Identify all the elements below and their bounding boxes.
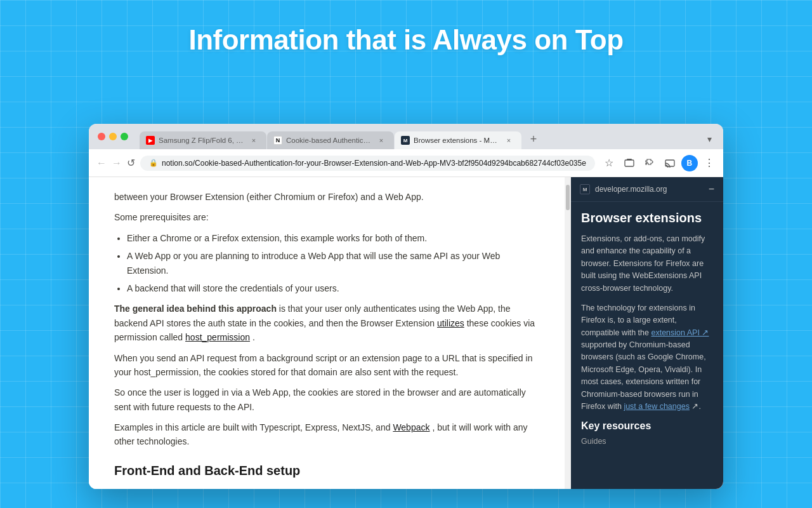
mdn-header: M developer.mozilla.org −	[571, 177, 723, 202]
prerequisites-list: Either a Chrome or a Firefox extension, …	[127, 231, 539, 296]
tab-yt-label: Samsung Z Flip/Fold 6, Watc...	[159, 137, 245, 144]
url-lock-icon: 🔒	[149, 159, 158, 167]
mdn-panel: M developer.mozilla.org − Browser extens…	[571, 177, 723, 489]
menu-button[interactable]: ⋮	[700, 154, 718, 172]
tab-bar: ▶ Samsung Z Flip/Fold 6, Watc... × N Coo…	[89, 124, 723, 149]
tab-mdn-close[interactable]: ×	[504, 135, 514, 145]
section-title: Front-End and Back-End setup	[114, 460, 539, 481]
intro-paragraph: between your Browser Extension (either C…	[114, 190, 539, 204]
general-idea-paragraph: The general idea behind this approach is…	[114, 302, 539, 344]
scrollbar-thumb[interactable]	[566, 185, 570, 210]
toolbar-icons: ☆ B ⋮	[600, 154, 718, 172]
tab-yt-close[interactable]: ×	[249, 135, 259, 145]
api-request-paragraph: When you send an API request from a back…	[114, 351, 539, 380]
tab-yt[interactable]: ▶ Samsung Z Flip/Fold 6, Watc... ×	[140, 131, 266, 149]
mdn-key-resources-title: Key resources	[581, 420, 713, 432]
url-box[interactable]: 🔒 notion.so/Cookie-based-Authentication-…	[140, 156, 595, 171]
svg-rect-1	[627, 159, 632, 160]
examples-paragraph: Examples in this article are built with …	[114, 420, 539, 449]
general-idea-bold: The general idea behind this approach	[114, 304, 277, 314]
window-close-btn[interactable]	[98, 133, 105, 140]
mdn-desc-1: Extensions, or add-ons, can modify and e…	[581, 233, 713, 295]
tab-notion-close[interactable]: ×	[376, 135, 386, 145]
tab-bar-menu[interactable]: ▾	[700, 130, 718, 148]
few-changes-link[interactable]: just a few changes	[624, 402, 690, 411]
browser-content: between your Browser Extension (either C…	[89, 177, 723, 489]
forward-button[interactable]: →	[112, 156, 122, 171]
list-item: Either a Chrome or a Firefox extension, …	[127, 231, 539, 245]
prerequisites-label: Some prerequisites are:	[114, 210, 539, 224]
screenshot-icon[interactable]	[620, 154, 638, 172]
tab-notion[interactable]: N Cookie-based Authentication... ×	[267, 131, 394, 149]
webpack-link[interactable]: Webpack	[393, 422, 429, 432]
mdn-guides-link[interactable]: Guides	[581, 437, 713, 446]
window-controls	[98, 133, 128, 140]
mdn-site-label: developer.mozilla.org	[595, 185, 667, 194]
tab-notion-favicon: N	[273, 136, 282, 145]
scrollbar-track[interactable]	[565, 177, 571, 489]
profile-avatar[interactable]: B	[681, 155, 698, 171]
extension-api-link[interactable]: extension API ↗	[651, 328, 709, 337]
mdn-collapse-button[interactable]: −	[709, 184, 714, 195]
back-button[interactable]: ←	[96, 156, 107, 171]
cast-icon[interactable]	[661, 154, 679, 172]
reload-button[interactable]: ↺	[127, 156, 135, 171]
star-icon[interactable]: ☆	[600, 154, 618, 172]
extensions-icon[interactable]	[641, 154, 658, 172]
mdn-title: Browser extensions	[581, 211, 713, 225]
mdn-desc-2: The technology for extensions in Firefox…	[581, 302, 713, 413]
add-tab-button[interactable]: +	[525, 130, 542, 148]
mdn-body: Browser extensions Extensions, or add-on…	[571, 202, 723, 489]
tab-mdn-label: Browser extensions - Mo...	[414, 137, 500, 144]
logged-in-paragraph: So once the user is logged in via a Web …	[114, 385, 539, 414]
section-intro-paragraph: I will not focus on the implementation o…	[114, 487, 539, 489]
browser-window: ▶ Samsung Z Flip/Fold 6, Watc... × N Coo…	[89, 124, 723, 489]
address-bar: ← → ↺ 🔒 notion.so/Cookie-based-Authentic…	[89, 149, 723, 177]
svg-rect-0	[625, 160, 634, 166]
tab-notion-label: Cookie-based Authentication...	[286, 137, 372, 144]
window-minimize-btn[interactable]	[109, 133, 117, 140]
tab-mdn-favicon: M	[401, 136, 410, 145]
mdn-favicon: M	[580, 184, 590, 194]
list-item: A backend that will store the credential…	[127, 281, 539, 295]
list-item: A Web App or you are planning to introdu…	[127, 249, 539, 277]
tab-mdn[interactable]: M Browser extensions - Mo... ×	[395, 131, 521, 149]
url-text: notion.so/Cookie-based-Authentication-fo…	[162, 159, 586, 168]
article-pane: between your Browser Extension (either C…	[89, 177, 565, 489]
window-maximize-btn[interactable]	[121, 133, 128, 140]
tab-yt-favicon: ▶	[146, 136, 155, 145]
page-headline: Information that is Always on Top	[0, 24, 812, 56]
host-permission-link[interactable]: host_permission	[185, 332, 250, 342]
utilizes-link[interactable]: utilizes	[437, 318, 464, 328]
